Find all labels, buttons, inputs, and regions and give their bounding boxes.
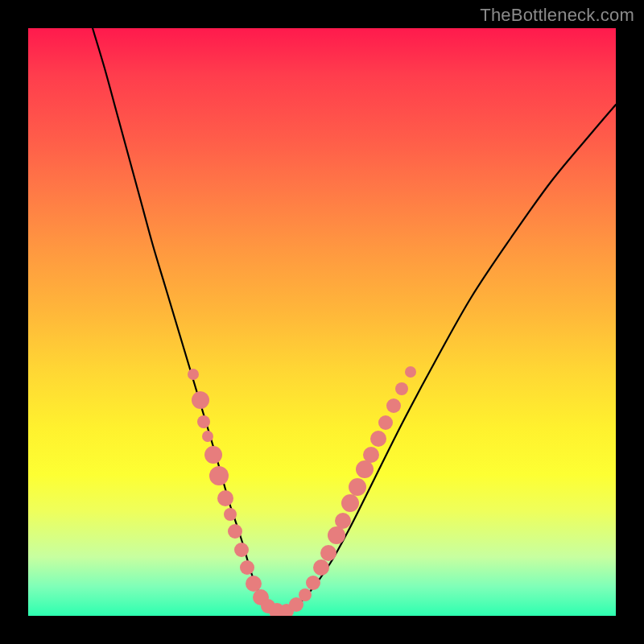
data-marker	[370, 431, 386, 447]
data-marker	[224, 508, 237, 521]
data-marker	[217, 490, 233, 506]
data-marker	[240, 560, 254, 575]
data-marker	[192, 391, 209, 409]
data-marker	[202, 431, 213, 442]
data-marker	[197, 415, 210, 428]
data-marker	[188, 369, 199, 380]
watermark-text: TheBottleneck.com	[480, 5, 634, 26]
data-marker	[228, 524, 242, 539]
data-marker	[363, 447, 379, 463]
chart-frame: TheBottleneck.com	[0, 0, 644, 644]
data-marker	[313, 559, 329, 576]
chart-svg	[28, 28, 616, 616]
data-marker	[306, 576, 320, 590]
curve-line	[93, 28, 616, 612]
data-marker	[204, 446, 222, 464]
data-marker	[320, 545, 336, 561]
data-marker	[349, 478, 366, 496]
data-marker	[395, 382, 408, 395]
data-marker	[328, 526, 345, 544]
data-marker	[405, 366, 416, 378]
data-marker	[378, 415, 393, 430]
data-marker	[341, 494, 359, 512]
curve-path	[93, 28, 616, 612]
data-marker	[209, 466, 229, 485]
data-marker	[386, 398, 401, 413]
data-marker	[356, 460, 374, 478]
data-marker	[335, 513, 351, 529]
plot-area	[28, 28, 616, 616]
data-marker	[246, 576, 262, 592]
data-marker	[234, 543, 249, 557]
data-markers	[188, 366, 416, 616]
data-marker	[299, 588, 312, 601]
